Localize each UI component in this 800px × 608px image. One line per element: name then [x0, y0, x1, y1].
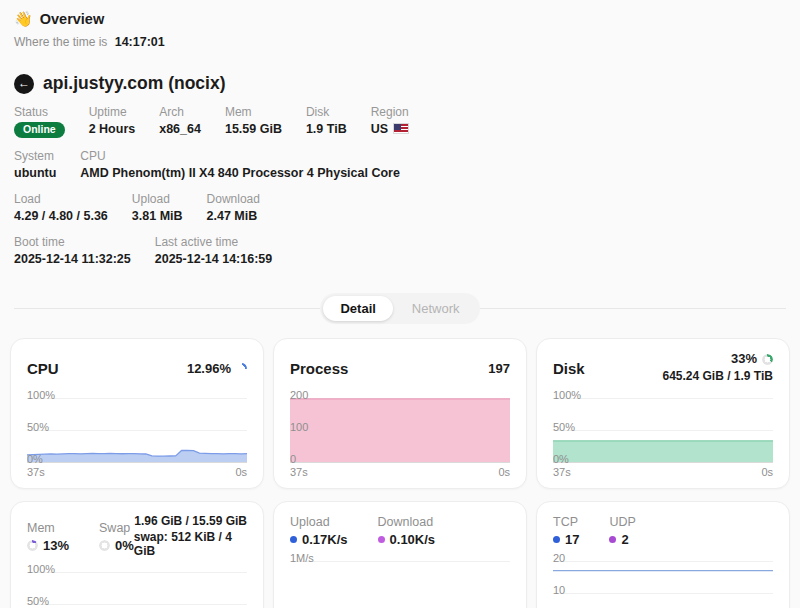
upload-speed-value: 0.17K/s: [302, 532, 348, 547]
cpu-spinner-icon: [237, 363, 247, 373]
mem-ring-icon: [27, 540, 38, 551]
load-value: 4.29 / 4.80 / 5.36: [14, 209, 108, 224]
disk-usage-detail: 645.24 GiB / 1.9 TiB: [662, 370, 773, 384]
page: 👋 Overview Where the time is 14:17:01 ← …: [0, 0, 800, 608]
tcp-count-value: 17: [565, 532, 579, 547]
mem-value: 15.59 GiB: [225, 122, 282, 137]
mem-usage-detail: 1.96 GiB / 15.59 GiB: [134, 515, 247, 529]
mem-field: Mem 15.59 GiB: [225, 105, 282, 138]
udp-dot-icon: [609, 536, 616, 543]
disk-label: Disk: [306, 105, 347, 119]
info-row-2: System ubuntu CPU AMD Phenom(tm) II X4 8…: [14, 149, 786, 181]
download-metric: Download 0.10K/s: [378, 515, 436, 547]
uptime-value: 2 Hours: [89, 122, 136, 137]
cpu-label: CPU: [80, 149, 400, 163]
network-card: Upload 0.17K/s Download 0.10K/s: [273, 501, 527, 608]
download-label: Download: [207, 192, 260, 206]
udp-metric-label: UDP: [609, 515, 635, 529]
region-value: US: [371, 122, 388, 136]
status-field: Status Online: [14, 105, 65, 138]
last-active-label: Last active time: [155, 235, 272, 249]
system-label: System: [14, 149, 56, 163]
region-label: Region: [371, 105, 409, 119]
upload-field: Upload 3.81 MiB: [132, 192, 183, 224]
mem-chart: 100%50%0%37s0s: [27, 572, 247, 608]
current-time: 14:17:01: [115, 35, 165, 49]
time-label: Where the time is: [14, 35, 107, 49]
divider-left: [14, 308, 320, 309]
tab-group: Detail Network: [320, 293, 479, 324]
swap-usage-detail: swap: 512 KiB / 4 GiB: [134, 531, 247, 559]
load-label: Load: [14, 192, 108, 206]
disk-field: Disk 1.9 TiB: [306, 105, 347, 138]
back-button[interactable]: ←: [14, 74, 34, 94]
region-field: Region US: [371, 105, 409, 138]
system-field: System ubuntu: [14, 149, 56, 181]
process-chart: 200100037s0s: [290, 398, 510, 478]
cpu-usage-value: 12.96%: [187, 361, 231, 376]
process-card: Process 197 200100037s0s: [273, 338, 527, 489]
server-detail: ← api.justyy.com (nocix) Status Online U…: [14, 73, 786, 267]
cpu-card: CPU 12.96% 100%50%0%37s0s: [10, 338, 264, 489]
tcp-dot-icon: [553, 536, 560, 543]
udp-count-value: 2: [621, 532, 628, 547]
us-flag-icon: [393, 123, 409, 134]
last-active-field: Last active time 2025-12-14 14:16:59: [155, 235, 272, 267]
tab-network[interactable]: Network: [395, 296, 477, 321]
uptime-label: Uptime: [89, 105, 136, 119]
tcp-metric: TCP 17: [553, 515, 579, 547]
cpu-chart: 100%50%0%37s0s: [27, 398, 247, 478]
disk-card: Disk 33% 645.24 GiB / 1.9 TiB 100%50%0%3…: [536, 338, 790, 489]
upload-metric: Upload 0.17K/s: [290, 515, 348, 547]
disk-usage-percent: 33%: [731, 352, 757, 367]
cpu-card-title: CPU: [27, 360, 59, 377]
udp-metric: UDP 2: [609, 515, 635, 547]
download-speed-value: 0.10K/s: [390, 532, 436, 547]
mem-metric: Mem 13%: [27, 521, 69, 553]
connections-card: TCP 17 UDP 2 2010037s0s: [536, 501, 790, 608]
boot-time-value: 2025-12-14 11:32:25: [14, 252, 131, 267]
uptime-field: Uptime 2 Hours: [89, 105, 136, 138]
cpu-value: AMD Phenom(tm) II X4 840 Processor 4 Phy…: [80, 166, 400, 181]
cpu-field: CPU AMD Phenom(tm) II X4 840 Processor 4…: [80, 149, 400, 181]
boot-time-label: Boot time: [14, 235, 131, 249]
disk-chart: 100%50%0%37s0s: [553, 398, 773, 478]
swap-metric-label: Swap: [99, 521, 134, 535]
wave-emoji-icon: 👋: [14, 10, 33, 28]
tab-detail[interactable]: Detail: [323, 296, 392, 321]
tcp-metric-label: TCP: [553, 515, 579, 529]
connections-chart: 2010037s0s: [553, 561, 773, 608]
swap-ring-icon: [99, 540, 110, 551]
load-field: Load 4.29 / 4.80 / 5.36: [14, 192, 108, 224]
disk-value: 1.9 TiB: [306, 122, 347, 137]
swap-metric: Swap 0%: [99, 521, 134, 553]
boot-time-field: Boot time 2025-12-14 11:32:25: [14, 235, 131, 267]
last-active-value: 2025-12-14 14:16:59: [155, 252, 272, 267]
divider-right: [480, 308, 786, 309]
process-count-value: 197: [488, 361, 510, 376]
arch-value: x86_64: [159, 122, 201, 137]
arch-label: Arch: [159, 105, 201, 119]
mem-percent-value: 13%: [43, 538, 69, 553]
process-card-title: Process: [290, 360, 348, 377]
overview-header: 👋 Overview Where the time is 14:17:01: [14, 10, 786, 49]
back-arrow-icon: ←: [18, 77, 30, 89]
swap-percent-value: 0%: [115, 538, 134, 553]
mem-metric-label: Mem: [27, 521, 69, 535]
page-title: Overview: [40, 11, 105, 27]
upload-value: 3.81 MiB: [132, 209, 183, 224]
status-label: Status: [14, 105, 65, 119]
info-row-4: Boot time 2025-12-14 11:32:25 Last activ…: [14, 235, 786, 267]
system-value: ubuntu: [14, 166, 56, 181]
info-row-3: Load 4.29 / 4.80 / 5.36 Upload 3.81 MiB …: [14, 192, 786, 224]
upload-label: Upload: [132, 192, 183, 206]
download-field: Download 2.47 MiB: [207, 192, 260, 224]
network-chart: 1M/s0M/s37s0s: [290, 561, 510, 608]
download-value: 2.47 MiB: [207, 209, 260, 224]
charts-grid: CPU 12.96% 100%50%0%37s0s Process 197 20…: [10, 338, 790, 608]
upload-metric-label: Upload: [290, 515, 348, 529]
tabs-divider: Detail Network: [14, 293, 786, 324]
upload-dot-icon: [290, 536, 297, 543]
arch-field: Arch x86_64: [159, 105, 201, 138]
mem-label: Mem: [225, 105, 282, 119]
